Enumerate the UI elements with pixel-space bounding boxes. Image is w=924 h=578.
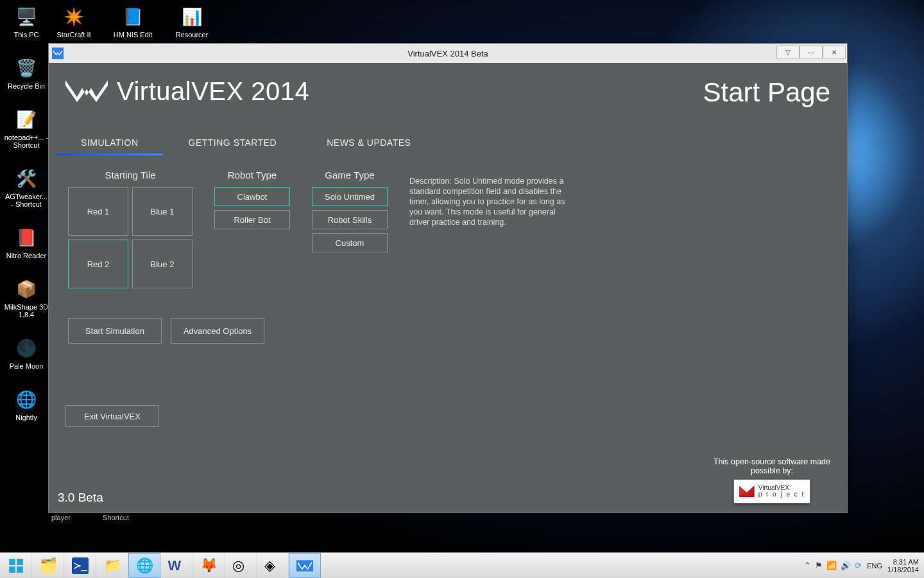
file-explorer-taskbar-icon[interactable]: 🗂️ <box>32 553 64 578</box>
desktop-icon[interactable]: 🌐 Nightly <box>4 387 49 421</box>
desktop-icon[interactable]: 🛠️ AGTweaker... - Shortcut <box>4 166 49 208</box>
desktop-icon[interactable]: 📕 Nitro Reader <box>4 225 49 259</box>
icon-label: Recycle Bin <box>8 82 45 90</box>
desktop-icon[interactable]: 📘 HM NIS Edit <box>110 4 155 39</box>
taskbar-right: ⌃ ⚑ 📶 🔊 ⟳ ENG 8:31 AM 1/18/2014 <box>804 558 924 574</box>
icon-glyph: 📝 <box>12 107 40 132</box>
label: player <box>51 514 71 521</box>
logo-mark-icon <box>65 78 108 106</box>
desktop-icon[interactable]: 🗑️ Recycle Bin <box>4 55 49 90</box>
window-controls: ▽ — ✕ <box>776 46 846 58</box>
robot-type-column: Robot Type ClawbotRoller Bot <box>214 170 290 288</box>
app-window: VirtualVEX 2014 Beta ▽ — ✕ VirtualVEX 20… <box>48 43 848 513</box>
desktop-icon[interactable]: 🖥️ This PC <box>4 4 49 39</box>
desktop-icon-column: 🖥️ This PC🗑️ Recycle Bin📝 notepad++... -… <box>4 4 49 421</box>
sponsor-mark-icon <box>739 486 755 497</box>
robot-type-option[interactable]: Clawbot <box>214 187 290 206</box>
icon-glyph: 📕 <box>12 225 40 250</box>
icon-glyph: 🌐 <box>12 387 40 412</box>
sponsor-line: possible by: <box>714 466 830 475</box>
sponsor-brand-sub: p r o j e c t <box>758 491 805 498</box>
gimp-taskbar-icon[interactable]: 🦊 <box>193 553 225 578</box>
browser-taskbar-icon[interactable]: 🌐 <box>128 553 160 578</box>
starting-tile-option[interactable]: Blue 2 <box>132 240 193 288</box>
version-label: 3.0 Beta <box>58 491 103 505</box>
icon-glyph: 📘 <box>119 4 147 30</box>
network-icon[interactable]: 📶 <box>826 561 837 570</box>
system-tray[interactable]: ⌃ ⚑ 📶 🔊 ⟳ <box>804 561 862 570</box>
icon-label: HM NIS Edit <box>114 31 153 39</box>
icon-label: This PC <box>13 31 38 39</box>
starting-tile-option[interactable]: Blue 1 <box>132 187 193 236</box>
icon-glyph: 🌑 <box>12 335 40 361</box>
taskbar: 🗂️ ≻_ 📁 🌐 W 🦊 ◎ ◈ ⌃ ⚑ 📶 🔊 ⟳ ENG 8:31 AM … <box>0 552 924 578</box>
icon-label: Pale Moon <box>10 362 44 370</box>
start-simulation-button[interactable]: Start Simulation <box>68 318 162 344</box>
exit-button[interactable]: Exit VirtualVEX <box>65 405 159 427</box>
game-type-column: Game Type Solo UntimedRobot SkillsCustom <box>312 170 388 288</box>
icon-glyph: ✴️ <box>60 4 88 30</box>
desktop-icon-row: ✴️ StarCraft II📘 HM NIS Edit📊 Resourcer <box>51 4 214 39</box>
clock-date: 1/18/2014 <box>887 566 919 574</box>
titlebar[interactable]: VirtualVEX 2014 Beta ▽ — ✕ <box>49 44 847 63</box>
taskbar-clock[interactable]: 8:31 AM 1/18/2014 <box>887 558 919 574</box>
label: Shortcut <box>103 514 129 521</box>
icon-glyph: 🗑️ <box>12 55 40 81</box>
robot-type-option[interactable]: Roller Bot <box>214 210 290 229</box>
language-indicator[interactable]: ENG <box>867 562 882 570</box>
icon-label: StarCraft II <box>56 31 90 39</box>
word-taskbar-icon[interactable]: W <box>160 553 193 578</box>
sync-icon[interactable]: ⟳ <box>855 561 862 570</box>
game-type-description: Description: Solo Untimed mode provides … <box>409 176 570 288</box>
virtualvex-taskbar-icon[interactable] <box>289 553 321 578</box>
svg-rect-2 <box>9 566 15 573</box>
icon-label: Nightly <box>15 414 37 421</box>
svg-rect-3 <box>17 566 23 573</box>
starting-tile-column: Starting Tile Red 1Blue 1Red 2Blue 2 <box>68 170 193 288</box>
sponsor-block: This open-source software made possible … <box>714 457 830 504</box>
tab-bar: SIMULATIONGETTING STARTEDNEWS & UPDATES <box>73 135 834 154</box>
minimize-button[interactable]: — <box>800 46 823 58</box>
desktop-hidden-labels: player Shortcut <box>51 514 129 521</box>
tray-up-icon[interactable]: ⌃ <box>804 561 811 570</box>
icon-glyph: 🛠️ <box>12 166 40 191</box>
desktop-icon[interactable]: 🌑 Pale Moon <box>4 335 49 370</box>
explorer-folder-taskbar-icon[interactable]: 📁 <box>96 553 128 578</box>
product-name: VirtualVEX 2014 <box>117 77 309 106</box>
desktop-icon[interactable]: 📦 MilkShape 3D 1.8.4 <box>4 276 49 319</box>
game-type-option[interactable]: Custom <box>312 233 388 252</box>
dropdown-button[interactable]: ▽ <box>776 46 800 58</box>
tab-news-updates[interactable]: NEWS & UPDATES <box>319 135 418 154</box>
close-button[interactable]: ✕ <box>823 46 846 58</box>
powershell-taskbar-icon[interactable]: ≻_ <box>64 553 96 578</box>
tab-getting-started[interactable]: GETTING STARTED <box>181 135 285 154</box>
sponsor-line: This open-source software made <box>714 457 830 466</box>
window-title: VirtualVEX 2014 Beta <box>49 49 847 58</box>
start-button[interactable] <box>0 553 32 578</box>
app-taskbar-icon[interactable]: ◎ <box>225 553 257 578</box>
product-logo: VirtualVEX 2014 <box>65 77 309 106</box>
svg-rect-1 <box>17 559 23 565</box>
desktop-icon[interactable]: ✴️ StarCraft II <box>51 4 96 39</box>
icon-label: Nitro Reader <box>6 252 46 259</box>
column-title: Starting Tile <box>105 170 155 180</box>
game-type-option[interactable]: Robot Skills <box>312 210 388 229</box>
icon-glyph: 📦 <box>12 276 40 302</box>
volume-icon[interactable]: 🔊 <box>841 561 851 570</box>
sponsor-logo: VirtualVEX p r o j e c t <box>733 479 810 504</box>
flag-icon[interactable]: ⚑ <box>815 561 823 570</box>
starting-tile-option[interactable]: Red 1 <box>68 187 128 236</box>
starting-tile-option[interactable]: Red 2 <box>68 240 128 288</box>
advanced-options-button[interactable]: Advanced Options <box>171 318 264 344</box>
desktop-icon[interactable]: 📝 notepad++... - Shortcut <box>4 107 49 149</box>
clock-time: 8:31 AM <box>887 558 919 566</box>
unity-taskbar-icon[interactable]: ◈ <box>257 553 289 578</box>
tab-simulation[interactable]: SIMULATION <box>73 135 146 154</box>
icon-label: Resourcer <box>176 31 209 39</box>
desktop-icon[interactable]: 📊 Resourcer <box>169 4 214 39</box>
game-type-option[interactable]: Solo Untimed <box>312 187 388 206</box>
svg-rect-0 <box>9 559 15 565</box>
page-title: Start Page <box>703 77 830 108</box>
icon-label: notepad++... - Shortcut <box>4 134 49 149</box>
icon-label: AGTweaker... - Shortcut <box>4 193 49 208</box>
